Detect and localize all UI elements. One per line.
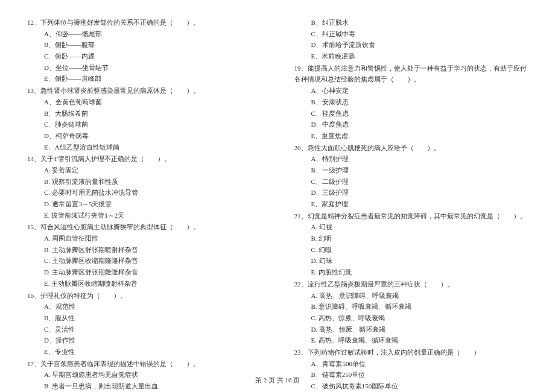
q18-opt-b: B、纠正脱水 bbox=[294, 17, 528, 28]
q19-opt-d: D、中度焦虑 bbox=[294, 119, 528, 130]
question-12: 12、下列体位与褥疮好发部位的关系不正确的是（ ）。 A、仰卧——骶尾部 B、侧… bbox=[27, 17, 261, 84]
q21-opt-c: C. 幻嗅 bbox=[294, 244, 528, 256]
q21-opt-a: A. 幻视 bbox=[294, 221, 528, 233]
q12-text: 12、下列体位与褥疮好发部位的关系不正确的是（ ）。 bbox=[27, 17, 261, 28]
q22-opt-d: D. 高热、惊厥、循环衰竭 bbox=[294, 324, 528, 335]
question-15: 15、符合风湿性心脏病主动脉瓣狭窄的典型体征（ ）。 A. 周围血管征阳性 B.… bbox=[27, 221, 261, 289]
right-column: B、纠正脱水 C、纠正碱中毒 D、术前给予流质饮食 E、术前晚灌肠 19、能提高… bbox=[294, 17, 528, 392]
q15-opt-a: A. 周围血管征阳性 bbox=[27, 233, 261, 244]
question-16: 16、护理礼仪的特征为（ ）。 A、规范性 B、服从性 C、灵活性 D、操作性 … bbox=[27, 290, 261, 358]
q20-opt-d: D、三级护理 bbox=[294, 187, 528, 198]
question-14: 14、关于T管引流病人护理不正确的是（ ）。 A. 妥善固定 B. 观察引流液的… bbox=[27, 153, 261, 221]
q22-opt-e: E. 高热、呼吸衰竭、循环衰竭 bbox=[294, 335, 528, 346]
q14-opt-c: C. 必要时可用无菌盐水冲洗导管 bbox=[27, 187, 261, 198]
q12-opt-e: E、侧卧——肩峰部 bbox=[27, 73, 261, 84]
q12-opt-a: A、仰卧——骶尾部 bbox=[27, 28, 261, 40]
q20-opt-a: A、特别护理 bbox=[294, 153, 528, 165]
q21-opt-b: B. 幻听 bbox=[294, 233, 528, 244]
q20-opt-e: E、家庭护理 bbox=[294, 198, 528, 210]
q22-opt-b: B. 意识障碍、呼吸衰竭、循环衰竭 bbox=[294, 301, 528, 312]
q14-opt-d: D. 通常留置3～5天拔管 bbox=[27, 198, 261, 210]
q13-opt-a: A、金黄色葡萄球菌 bbox=[27, 96, 261, 108]
q19-opt-c: C、轻度焦虑 bbox=[294, 108, 528, 119]
q15-opt-e: E. 主动脉瓣区收缩期喷射样杂音 bbox=[27, 278, 261, 289]
q16-opt-c: C、灵活性 bbox=[27, 324, 261, 335]
q23-opt-a: A、青霉素500单位 bbox=[294, 358, 528, 370]
q14-opt-b: B. 观察引流液的量和性质 bbox=[27, 176, 261, 188]
q13-opt-c: C、肺炎链球菌 bbox=[27, 119, 261, 130]
q17-text: 17、关于宫颈癌患者临床表现的描述中错误的是（ ）。 bbox=[27, 358, 261, 370]
q14-opt-e: E. 拔管前须试行夹管1～2天 bbox=[27, 210, 261, 221]
question-22: 22、流行性乙型脑炎极期最严重的三种症状（ ）。 A. 高热、意识障碍、呼吸衰竭… bbox=[294, 279, 528, 346]
question-17: 17、关于宫颈癌患者临床表现的描述中错误的是（ ）。 A. 早期宫颈癌患者均无自… bbox=[27, 358, 261, 392]
q19-opt-a: A、心神安定 bbox=[294, 85, 528, 96]
left-column: 12、下列体位与褥疮好发部位的关系不正确的是（ ）。 A、仰卧——骶尾部 B、侧… bbox=[27, 17, 261, 392]
q12-opt-c: C、俯卧——内踝 bbox=[27, 51, 261, 62]
q22-opt-c: C. 高热、惊厥、呼吸衰竭 bbox=[294, 312, 528, 324]
q19-opt-e: E、重度焦虑 bbox=[294, 130, 528, 142]
q16-opt-d: D、操作性 bbox=[27, 335, 261, 346]
q19-opt-b: B、安康状态 bbox=[294, 96, 528, 108]
q15-opt-b: B. 主动脉瓣区舒张期喷射样杂音 bbox=[27, 244, 261, 256]
q13-text: 13、急性肾小球肾炎前驱感染最常见的病原体是（ ）。 bbox=[27, 85, 261, 96]
q15-text: 15、符合风湿性心脏病主动脉瓣狭窄的典型体征（ ）。 bbox=[27, 221, 261, 233]
q16-opt-a: A、规范性 bbox=[27, 301, 261, 312]
question-20: 20、急性大面积心肌梗死的病人应给予（ ）。 A、特别护理 B、一级护理 C、二… bbox=[294, 142, 528, 210]
q13-opt-e: E、A组乙型溶血性链球菌 bbox=[27, 142, 261, 153]
q18-opt-d: D、术前给予流质饮食 bbox=[294, 39, 528, 51]
q13-opt-d: D、柯萨奇病毒 bbox=[27, 130, 261, 142]
q16-text: 16、护理礼仪的特征为（ ）。 bbox=[27, 290, 261, 302]
q21-text: 21、幻觉是精神分裂症患者最常见的知觉障碍，其中最常见的幻觉是（ ）。 bbox=[294, 210, 528, 222]
q20-text: 20、急性大面积心肌梗死的病人应给予（ ）。 bbox=[294, 142, 528, 154]
q14-text: 14、关于T管引流病人护理不正确的是（ ）。 bbox=[27, 153, 261, 165]
q15-opt-d: D. 主动脉瓣区舒张期隆隆样杂音 bbox=[27, 267, 261, 278]
q21-opt-e: E. 内脏性幻觉 bbox=[294, 267, 528, 278]
q18-opt-c: C、纠正碱中毒 bbox=[294, 28, 528, 40]
question-13: 13、急性肾小球肾炎前驱感染最常见的病原体是（ ）。 A、金黄色葡萄球菌 B、大… bbox=[27, 85, 261, 153]
question-19: 19、能提高人的注意力和警惕性，使人处于一种有益于学习的状态，有助于应付各种情境… bbox=[294, 63, 528, 142]
q13-opt-b: B、大肠埃希菌 bbox=[27, 108, 261, 119]
q20-opt-b: B、一级护理 bbox=[294, 165, 528, 176]
q22-text: 22、流行性乙型脑炎极期最严重的三种症状（ ）。 bbox=[294, 279, 528, 290]
q22-opt-a: A. 高热、意识障碍、呼吸衰竭 bbox=[294, 290, 528, 302]
q16-opt-e: E、专业性 bbox=[27, 346, 261, 358]
q23-text: 23、下列药物作过敏试验时，注入皮内的剂量正确的是（ ） bbox=[294, 347, 528, 358]
q14-opt-a: A. 妥善固定 bbox=[27, 165, 261, 176]
page-footer: 第 2 页 共 16 页 bbox=[0, 376, 555, 385]
q16-opt-b: B、服从性 bbox=[27, 312, 261, 324]
q12-opt-d: D、坐位——坐骨结节 bbox=[27, 62, 261, 74]
q12-opt-b: B、侧卧——腹部 bbox=[27, 39, 261, 51]
question-23: 23、下列药物作过敏试验时，注入皮内的剂量正确的是（ ） A、青霉素500单位 … bbox=[294, 347, 528, 392]
q15-opt-c: C. 主动脉瓣区收缩期隆隆样杂音 bbox=[27, 255, 261, 267]
q21-opt-d: D. 幻味 bbox=[294, 255, 528, 267]
question-18-cont: B、纠正脱水 C、纠正碱中毒 D、术前给予流质饮食 E、术前晚灌肠 bbox=[294, 17, 528, 62]
q18-opt-e: E、术前晚灌肠 bbox=[294, 51, 528, 62]
page-content: 12、下列体位与褥疮好发部位的关系不正确的是（ ）。 A、仰卧——骶尾部 B、侧… bbox=[0, 0, 555, 392]
question-21: 21、幻觉是精神分裂症患者最常见的知觉障碍，其中最常见的幻觉是（ ）。 A. 幻… bbox=[294, 210, 528, 278]
q20-opt-c: C、二级护理 bbox=[294, 176, 528, 188]
q19-text: 19、能提高人的注意力和警惕性，使人处于一种有益于学习的状态，有助于应付各种情境… bbox=[294, 63, 528, 85]
